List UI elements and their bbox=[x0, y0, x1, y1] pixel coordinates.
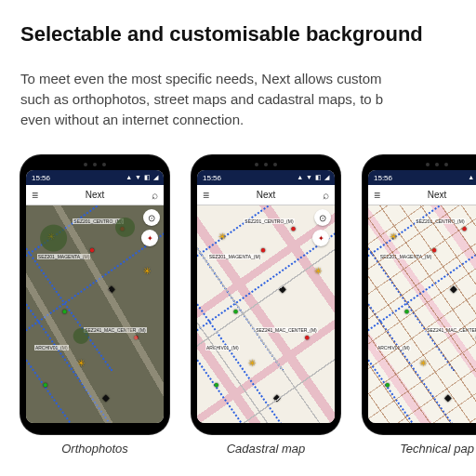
status-time: 15:56 bbox=[374, 174, 392, 182]
map-marker[interactable]: ● bbox=[462, 222, 468, 232]
map-marker[interactable]: ● bbox=[385, 379, 390, 390]
app-title: Next bbox=[38, 190, 152, 200]
map-marker[interactable]: ✳ bbox=[218, 231, 226, 242]
app-title: Next bbox=[380, 190, 476, 200]
map-overlay: ✳●●◆✳●●◆✳●SEZ201_MAGENTA_(M)SEZ201_CENTR… bbox=[26, 205, 164, 423]
status-bar: 15:56▲▼◧◢ bbox=[197, 170, 335, 185]
map-marker[interactable]: ● bbox=[120, 222, 126, 232]
section-heading: Selectable and customisable background bbox=[20, 22, 476, 46]
menu-icon[interactable]: ≡ bbox=[32, 189, 38, 202]
map-label: SEZ241_MAC_CENTER_(M) bbox=[84, 327, 147, 333]
map-label: SEZ201_MAGENTA_(M) bbox=[208, 254, 261, 259]
map-marker[interactable]: ● bbox=[403, 305, 409, 315]
route-line bbox=[197, 230, 335, 337]
phone-column: 15:56▲▼◧◢≡Next⌕✳●●◆✳●●◆✳●SEZ201_MAGENTA_… bbox=[20, 155, 169, 456]
route-line bbox=[26, 233, 112, 372]
map-marker[interactable]: ◆ bbox=[108, 284, 115, 294]
map-marker[interactable]: ✳ bbox=[419, 357, 427, 367]
section-description: To meet even the most specific needs, Ne… bbox=[20, 69, 476, 129]
map-label: ARCHIV01_(M) bbox=[34, 345, 69, 350]
status-icons: ▲▼◧◢ bbox=[468, 174, 476, 181]
map-marker[interactable]: ✳ bbox=[47, 231, 55, 242]
route-line bbox=[26, 230, 164, 337]
route-line bbox=[368, 345, 466, 423]
map-marker[interactable]: ◆ bbox=[444, 392, 452, 403]
locate-button[interactable]: ⊙ bbox=[314, 209, 331, 226]
map-marker[interactable]: ✳ bbox=[248, 357, 256, 367]
map-marker[interactable]: ● bbox=[232, 305, 238, 315]
search-icon[interactable]: ⌕ bbox=[152, 189, 158, 202]
route-line bbox=[26, 289, 124, 423]
map-label: SEZ201_CENTRO_(M) bbox=[244, 218, 294, 224]
map-marker[interactable]: ✳ bbox=[77, 357, 85, 367]
status-icons: ▲▼◧◢ bbox=[126, 174, 158, 181]
phone-screen: 15:56▲▼◧◢≡Next⌕✳●●◆✳●●◆✳●SEZ201_MAGENTA_… bbox=[368, 170, 476, 423]
status-time: 15:56 bbox=[203, 174, 221, 182]
phone-mockup: 15:56▲▼◧◢≡Next⌕✳●●◆✳●●◆✳●SEZ201_MAGENTA_… bbox=[192, 155, 340, 434]
map-marker[interactable]: ✳ bbox=[314, 266, 322, 276]
locate-button[interactable]: ⊙ bbox=[143, 209, 160, 226]
map-area[interactable]: ✳●●◆✳●●◆✳●SEZ201_MAGENTA_(M)SEZ201_CENTR… bbox=[197, 205, 335, 423]
menu-icon[interactable]: ≡ bbox=[374, 189, 380, 202]
map-marker[interactable]: ● bbox=[260, 245, 266, 255]
map-marker[interactable]: ✳ bbox=[390, 231, 397, 242]
map-marker[interactable]: ◆ bbox=[102, 392, 110, 403]
map-label: ARCHIV01_(M) bbox=[377, 345, 411, 350]
route-line bbox=[368, 289, 466, 423]
phone-caption: Cadastral map bbox=[227, 442, 306, 456]
phone-column: 15:56▲▼◧◢≡Next⌕✳●●◆✳●●◆✳●SEZ201_MAGENTA_… bbox=[363, 155, 476, 456]
map-marker[interactable]: ✳ bbox=[143, 266, 151, 276]
phone-row: 15:56▲▼◧◢≡Next⌕✳●●◆✳●●◆✳●SEZ201_MAGENTA_… bbox=[20, 155, 476, 456]
status-time: 15:56 bbox=[32, 174, 50, 182]
map-marker[interactable]: ● bbox=[214, 379, 219, 390]
phone-sensors bbox=[26, 163, 164, 166]
route-line bbox=[368, 205, 476, 263]
route-line bbox=[197, 289, 295, 423]
route-line bbox=[26, 345, 124, 423]
map-marker[interactable]: ● bbox=[431, 245, 437, 255]
app-bar: ≡Next⌕ bbox=[368, 185, 476, 205]
route-line bbox=[26, 205, 164, 263]
map-marker[interactable]: ● bbox=[304, 331, 310, 341]
phone-mockup: 15:56▲▼◧◢≡Next⌕✳●●◆✳●●◆✳●SEZ201_MAGENTA_… bbox=[20, 155, 169, 434]
map-label: SEZ201_CENTRO_(M) bbox=[415, 218, 465, 224]
phone-sensors bbox=[368, 163, 476, 166]
phone-screen: 15:56▲▼◧◢≡Next⌕✳●●◆✳●●◆✳●SEZ201_MAGENTA_… bbox=[197, 170, 335, 423]
route-line bbox=[197, 233, 284, 372]
phone-mockup: 15:56▲▼◧◢≡Next⌕✳●●◆✳●●◆✳●SEZ201_MAGENTA_… bbox=[363, 155, 476, 434]
map-label: SEZ201_CENTRO_(M) bbox=[73, 218, 123, 224]
phone-sensors bbox=[197, 163, 335, 166]
route-line bbox=[197, 205, 335, 263]
status-bar: 15:56▲▼◧◢ bbox=[368, 170, 476, 185]
map-marker[interactable]: ● bbox=[291, 222, 297, 232]
map-label: SEZ241_MAC_CENTER_(M) bbox=[255, 327, 318, 333]
compass-button[interactable]: ✦ bbox=[312, 230, 329, 246]
map-overlay: ✳●●◆✳●●◆✳●SEZ201_MAGENTA_(M)SEZ201_CENTR… bbox=[368, 205, 476, 423]
map-area[interactable]: ✳●●◆✳●●◆✳●SEZ201_MAGENTA_(M)SEZ201_CENTR… bbox=[368, 205, 476, 423]
phone-caption: Orthophotos bbox=[61, 442, 128, 456]
phone-column: 15:56▲▼◧◢≡Next⌕✳●●◆✳●●◆✳●SEZ201_MAGENTA_… bbox=[192, 155, 340, 456]
map-area[interactable]: ✳●●◆✳●●◆✳●SEZ201_MAGENTA_(M)SEZ201_CENTR… bbox=[26, 205, 164, 423]
app-title: Next bbox=[209, 190, 323, 200]
status-bar: 15:56▲▼◧◢ bbox=[26, 170, 164, 185]
app-bar: ≡Next⌕ bbox=[26, 185, 164, 205]
phone-screen: 15:56▲▼◧◢≡Next⌕✳●●◆✳●●◆✳●SEZ201_MAGENTA_… bbox=[26, 170, 164, 423]
map-marker[interactable]: ● bbox=[61, 305, 67, 315]
map-marker[interactable]: ● bbox=[89, 245, 95, 255]
map-marker[interactable]: ◆ bbox=[450, 284, 457, 294]
map-marker[interactable]: ◆ bbox=[279, 284, 286, 294]
compass-button[interactable]: ✦ bbox=[141, 230, 158, 246]
map-marker[interactable]: ◆ bbox=[273, 392, 281, 403]
app-bar: ≡Next⌕ bbox=[197, 185, 335, 205]
map-marker[interactable]: ● bbox=[43, 379, 48, 390]
map-label: SEZ201_MAGENTA_(M) bbox=[379, 254, 432, 259]
phone-caption: Technical pap bbox=[400, 442, 474, 456]
map-marker[interactable]: ● bbox=[133, 331, 139, 341]
map-label: ARCHIV01_(M) bbox=[205, 345, 240, 350]
search-icon[interactable]: ⌕ bbox=[323, 189, 329, 202]
menu-icon[interactable]: ≡ bbox=[203, 189, 209, 202]
status-icons: ▲▼◧◢ bbox=[297, 174, 329, 181]
route-line bbox=[197, 345, 295, 423]
map-label: SEZ201_MAGENTA_(M) bbox=[37, 254, 90, 259]
map-overlay: ✳●●◆✳●●◆✳●SEZ201_MAGENTA_(M)SEZ201_CENTR… bbox=[197, 205, 335, 423]
